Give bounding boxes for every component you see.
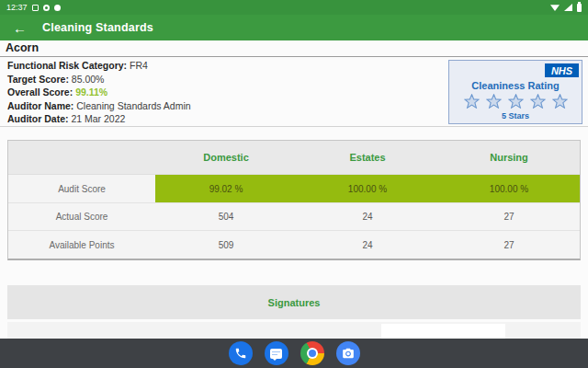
- messages-icon[interactable]: [265, 341, 288, 365]
- star-icon: [552, 94, 568, 109]
- battery-icon: [577, 4, 582, 12]
- audit-score-estates: 100.00 %: [297, 175, 438, 202]
- scores-table: Domestic Estates Nursing Audit Score 99.…: [7, 140, 581, 260]
- info-row-functional-risk: Functional Risk Category: FR4: [0, 59, 349, 73]
- audit-info-list: Functional Risk Category: FR4 Target Sco…: [0, 59, 349, 126]
- app-screen: 12:37 ← Cleaning Standards Acorn Functio…: [0, 0, 588, 368]
- info-row-overall-score: Overall Score: 99.11%: [0, 86, 349, 99]
- available-points-domestic: 509: [155, 231, 297, 259]
- back-button[interactable]: ←: [13, 21, 27, 35]
- table-row-available-points: Available Points 509 24 27: [8, 231, 580, 259]
- cell-signal-icon: [564, 4, 572, 11]
- info-row-auditor-date: Auditor Date: 21 Mar 2022: [0, 112, 349, 126]
- cleanliness-rating-card: NHS Cleaniness Rating 5 Stars: [448, 60, 582, 124]
- column-header-nursing: Nursing: [438, 141, 580, 174]
- notification-square-icon: [32, 5, 39, 11]
- info-row-auditor-name: Auditor Name: Cleaning Standards Admin: [0, 99, 349, 113]
- audit-score-domestic: 99.02 %: [155, 175, 297, 202]
- phone-icon[interactable]: [229, 341, 253, 365]
- notification-dot-icon: [54, 5, 61, 11]
- column-header-domestic: Domestic: [155, 141, 297, 174]
- signature-field[interactable]: [381, 324, 505, 339]
- status-bar: 12:37: [0, 0, 588, 15]
- app-bar-title: Cleaning Standards: [42, 21, 153, 34]
- actual-score-nursing: 27: [438, 203, 580, 230]
- star-icon: [508, 94, 524, 109]
- signatures-header: Signatures: [7, 285, 581, 319]
- stars-count-label: 5 Stars: [449, 111, 582, 121]
- camera-icon[interactable]: [336, 341, 360, 365]
- table-row-audit-score: Audit Score 99.02 % 100.00 % 100.00 %: [8, 175, 580, 203]
- chrome-icon[interactable]: [300, 341, 324, 365]
- clock: 12:37: [6, 3, 28, 12]
- site-name-heading: Acorn: [0, 40, 588, 57]
- dock: [0, 339, 588, 368]
- star-icon: [486, 94, 502, 109]
- actual-score-estates: 24: [297, 203, 438, 230]
- app-bar: ← Cleaning Standards: [0, 15, 588, 40]
- signatures-body: [7, 322, 581, 339]
- available-points-nursing: 27: [438, 231, 580, 259]
- star-rating: [449, 94, 582, 109]
- nhs-logo: NHS: [545, 63, 579, 77]
- notification-circle-icon: [43, 5, 50, 11]
- audit-score-nursing: 100.00 %: [438, 175, 580, 202]
- available-points-estates: 24: [297, 231, 438, 259]
- section-divider: [0, 126, 588, 127]
- overall-score-value: 99.11%: [75, 86, 107, 98]
- rating-card-title: Cleaniness Rating: [449, 80, 582, 91]
- column-header-estates: Estates: [297, 141, 438, 174]
- table-row-actual-score: Actual Score 504 24 27: [8, 203, 580, 231]
- table-header-row: Domestic Estates Nursing: [8, 141, 580, 175]
- star-icon: [464, 94, 480, 109]
- wifi-icon: [550, 4, 560, 11]
- table-header-empty-cell: [8, 141, 155, 174]
- info-row-target-score: Target Score: 85.00%: [0, 73, 349, 86]
- actual-score-domestic: 504: [155, 203, 297, 230]
- star-icon: [530, 94, 546, 109]
